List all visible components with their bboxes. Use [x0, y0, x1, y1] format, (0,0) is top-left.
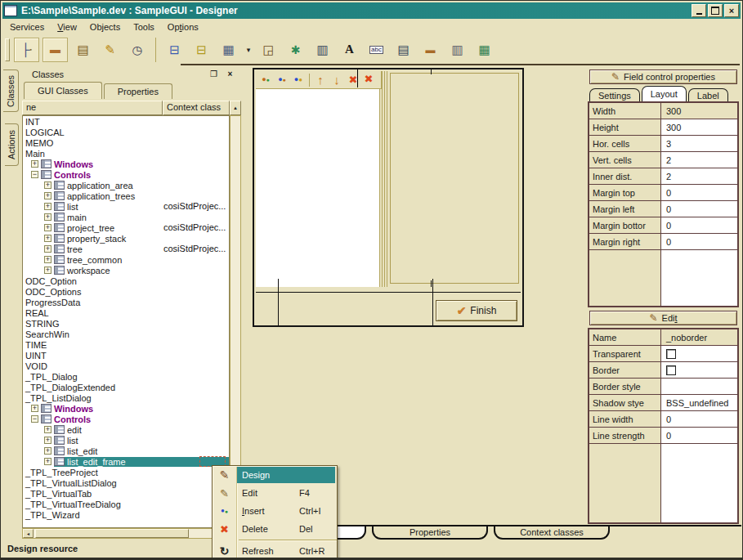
tree-row-ODC_Options[interactable]: ODC_Options — [23, 286, 229, 297]
drive-blue-icon[interactable]: ⊟ — [163, 38, 186, 61]
tree-row-application_trees[interactable]: +application_trees — [23, 190, 229, 201]
tree-row-UINT[interactable]: UINT — [23, 350, 229, 361]
minimize-button[interactable] — [692, 4, 706, 17]
expand-icon[interactable]: + — [44, 213, 51, 221]
server-icon[interactable]: ▥ — [445, 38, 469, 61]
tree-row-Main[interactable]: Main — [23, 148, 229, 159]
sidebar-tab-classes[interactable]: Classes — [3, 69, 19, 112]
prop-value[interactable]: 0 — [661, 428, 737, 444]
prop-value[interactable]: 0 — [661, 185, 737, 201]
tree-row-TIME[interactable]: TIME — [23, 339, 229, 350]
window-items-icon[interactable]: ▦ — [472, 38, 496, 61]
expand-icon[interactable]: + — [44, 426, 51, 433]
prop-value[interactable]: 0 — [661, 217, 737, 234]
toolbar-grip[interactable] — [5, 38, 10, 61]
tree-row-_TPL_VirtualTab[interactable]: _TPL_VirtualTab — [23, 488, 229, 499]
tree-row-edit[interactable]: +edit — [23, 424, 229, 435]
tab-label[interactable]: Label — [688, 88, 728, 101]
prop-value[interactable]: 300 — [661, 103, 737, 119]
edit-button[interactable]: ✎ Edit — [589, 311, 737, 325]
tree-row-Controls[interactable]: −Controls — [23, 169, 229, 180]
prop-value[interactable] — [661, 362, 737, 379]
tree-row-Windows[interactable]: +Windows — [23, 159, 229, 169]
expand-icon[interactable]: + — [44, 224, 51, 231]
expand-icon[interactable]: + — [44, 203, 51, 210]
delete-icon[interactable]: ✖ — [345, 73, 361, 87]
table-list-icon[interactable]: ▥ — [311, 38, 334, 61]
bottom-tab-context-classes[interactable]: Context classes — [494, 526, 610, 540]
delete-icon-2[interactable]: ✖ — [360, 71, 377, 86]
book-log-icon[interactable]: ▤ — [71, 38, 95, 61]
tree-row-list_edit_frame[interactable]: +list_edit_frame — [23, 456, 229, 467]
checkbox-unchecked[interactable] — [666, 365, 676, 375]
close-panel-icon[interactable]: × — [225, 69, 235, 79]
tab-settings[interactable]: Settings — [589, 88, 640, 101]
splitter-line[interactable] — [384, 71, 385, 287]
eraser-icon[interactable]: ▬ — [43, 38, 68, 62]
maximize-button[interactable] — [708, 4, 723, 17]
dropdown-arrow-icon[interactable]: ▾ — [244, 38, 253, 61]
tree-row-Controls[interactable]: −Controls — [23, 414, 229, 424]
tree-row-workspace[interactable]: +workspace — [23, 265, 229, 276]
screen-design-icon[interactable]: ◲ — [257, 38, 280, 61]
expand-icon[interactable]: + — [31, 405, 38, 412]
column-name[interactable]: ne — [22, 101, 163, 115]
tab-layout[interactable]: Layout — [642, 86, 687, 101]
paint-tools-icon[interactable]: ✱ — [284, 38, 307, 61]
expand-icon[interactable]: + — [44, 267, 51, 274]
tree-row-STRING[interactable]: STRING — [23, 318, 229, 329]
move-up-icon[interactable]: ↑ — [312, 73, 329, 87]
horizontal-scroll-thumb[interactable] — [35, 529, 189, 538]
tree-row-list[interactable]: +listcosiStdProjec... — [23, 201, 229, 212]
tree-row-_TPL_TreeProject[interactable]: _TPL_TreeProject — [23, 467, 229, 477]
move-down-icon[interactable]: ↓ — [329, 73, 345, 87]
eraser-small-icon[interactable]: ▬ — [418, 38, 442, 61]
expand-icon[interactable]: + — [44, 181, 51, 189]
insert-node-icon[interactable]: ●● — [257, 73, 274, 87]
tree-row-MEMO[interactable]: MEMO — [23, 137, 229, 148]
expand-icon[interactable]: + — [44, 192, 51, 199]
design-sub-panel[interactable] — [390, 73, 519, 284]
form-list-icon[interactable]: ▤ — [392, 38, 415, 61]
tree-row-tree[interactable]: +treecosiStdProjec... — [23, 244, 229, 254]
splitter-line[interactable] — [387, 71, 387, 287]
expand-icon[interactable]: + — [31, 160, 38, 168]
bottom-tab-properties[interactable]: Properties — [372, 526, 488, 540]
field-control-properties-button[interactable]: ✎ Field control properties — [589, 69, 737, 84]
horizontal-scrollbar[interactable]: ◄ — [22, 528, 230, 539]
prop-value[interactable]: 0 — [661, 201, 737, 217]
collapse-icon[interactable]: − — [31, 415, 38, 423]
tree-row-_TPL_Dialog[interactable]: _TPL_Dialog — [23, 371, 229, 382]
prop-value[interactable]: 0 — [661, 234, 737, 250]
tree-row-list[interactable]: +list — [23, 435, 229, 446]
edit-resource-icon[interactable]: ✎ — [98, 38, 122, 61]
prop-value[interactable]: BSS_undefined — [661, 395, 737, 411]
abc-text-icon[interactable]: abc — [365, 38, 388, 61]
prop-value[interactable] — [661, 379, 737, 395]
close-button[interactable]: × — [724, 4, 739, 17]
tree-row-main[interactable]: +main — [23, 212, 229, 222]
scroll-left-button[interactable]: ◄ — [23, 529, 34, 538]
expand-icon[interactable]: + — [44, 245, 51, 253]
collapse-icon[interactable]: − — [31, 171, 38, 178]
tree-row-INT[interactable]: INT — [23, 116, 229, 127]
tree-row-project_tree[interactable]: +project_treecosiStdProjec... — [23, 222, 229, 233]
clock-icon[interactable]: ◷ — [125, 38, 149, 61]
drive-yellow-icon[interactable]: ⊟ — [190, 38, 213, 61]
prop-value[interactable]: 2 — [661, 168, 737, 185]
prop-value[interactable] — [661, 346, 737, 362]
splitter-line[interactable] — [382, 71, 383, 287]
checkbox-unchecked[interactable] — [666, 349, 676, 359]
menu-options[interactable]: Options — [161, 20, 205, 34]
insert-child-icon[interactable]: ●● — [274, 73, 290, 87]
tree-row-_TPL_ListDialog[interactable]: _TPL_ListDialog — [23, 392, 229, 403]
prop-value[interactable]: 2 — [661, 152, 737, 168]
context-menu-design[interactable]: ✎Design — [213, 466, 337, 484]
tree-row-application_area[interactable]: +application_area — [23, 180, 229, 190]
design-list-box[interactable] — [256, 89, 380, 287]
prop-value[interactable]: 0 — [661, 411, 737, 428]
tree-row-LOGICAL[interactable]: LOGICAL — [23, 127, 229, 137]
column-context-class[interactable]: Context class — [163, 101, 230, 115]
context-menu-insert[interactable]: ●●InsertCtrl+I — [213, 502, 337, 520]
window-form-icon[interactable]: ▦ — [217, 38, 240, 61]
